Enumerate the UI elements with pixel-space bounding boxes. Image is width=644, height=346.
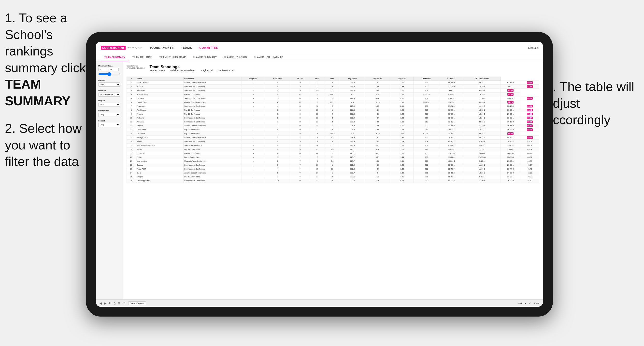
table-cell: 48.27 [520,151,539,155]
table-cell: - [242,128,265,132]
table-row: 24DukeAtlantic Coast Conference-59271279… [127,171,539,175]
table-cell: Auburn [136,85,184,89]
sidebar-conference-select[interactable]: (All) [98,113,120,117]
table-cell: 76-26-1 [440,136,463,140]
table-cell: Illinois [136,148,184,151]
table-cell: 24 [310,144,324,148]
sidebar-max-input[interactable] [109,68,119,71]
table-cell: 255 [413,104,440,108]
sidebar-gender-select[interactable]: Men's [98,82,120,87]
tab-bar: TEAM SUMMARY TEAM H2H GRID TEAM H2H HEAT… [96,54,543,61]
table-cell: 9-12-1 [463,159,501,163]
table-cell: -5.6 [365,116,391,120]
toolbar-copy[interactable]: ⊞ [118,302,120,305]
table-cell: 27 [310,171,324,175]
table-cell: - [242,148,265,151]
table-cell: 4 [265,151,290,155]
toolbar-expand[interactable]: ⤢ [528,302,531,305]
table-cell: 85.40 [520,124,539,128]
table-cell: 80-25-2 [440,140,463,144]
table-cell: 1 [265,148,290,151]
toolbar-back[interactable]: ◀ [100,302,102,305]
table-cell: Pac-12 Conference [183,112,242,116]
table-cell: 46.04 [520,144,539,148]
table-cell: 24 [127,171,136,175]
filter-gender: Gender: Men's [150,69,165,72]
table-cell: -0.7 [365,155,391,159]
table-cell: 3 [265,124,290,128]
share-button[interactable]: Share [534,302,539,305]
table-cell: Southeastern Conference [183,104,242,108]
sidebar-region-select[interactable]: N/A [98,103,120,107]
table-cell: 23 [127,167,136,171]
table-cell: 29-23-1 [501,112,520,116]
table-cell: 0 [324,175,340,179]
toolbar-refresh[interactable]: ↻ [109,302,111,305]
table-cell: 4.2 [324,136,340,140]
watch-button[interactable]: Watch ▾ [518,302,526,305]
table-cell: 85.58 [501,89,520,93]
table-cell: Georgia [136,163,184,167]
toolbar-share2[interactable]: ⎙ [114,302,116,305]
sidebar-school-select[interactable]: (All) [98,123,120,127]
nav-committee[interactable]: COMMITTEE [199,42,218,53]
table-cell: 104-42-3 [440,128,463,132]
sidebar-range-slider[interactable] [98,72,120,76]
table-cell: 2 [265,89,290,93]
table-cell: 2 [310,132,324,136]
table-cell: 271 [413,148,440,151]
tab-team-summary[interactable]: TEAM SUMMARY [101,54,129,61]
nav-teams[interactable]: TEAMS [181,42,192,53]
table-cell: 27 [310,85,324,89]
table-cell: 17-9-0 [463,124,501,128]
view-original-button[interactable]: View: Original [128,301,146,305]
table-cell: 42-18-0 [463,81,501,85]
table-cell: 9 [127,112,136,116]
table-cell: Southeastern Conference [183,179,242,183]
table-cell: Florida [136,140,184,144]
tab-team-h2h-grid[interactable]: TEAM H2H GRID [129,54,156,61]
col-overall: Overall Rd. [413,77,440,81]
table-row: 16FloridaSoutheastern Conference-7924427… [127,140,539,144]
table-cell: -3.8 [365,120,391,124]
table-cell: Big Ten Conference [183,148,242,151]
tab-player-h2h-grid[interactable]: PLAYER H2H GRID [220,54,250,61]
table-cell: Atlantic Coast Conference [183,171,242,175]
sidebar-region-section: Region N/A [98,100,120,107]
table-cell: 258 [413,140,440,144]
table-cell: 1.28 [391,148,414,151]
table-cell: 18-12-1 [463,108,501,112]
tab-player-h2h-heatmap[interactable]: PLAYER H2H HEATMAP [250,54,286,61]
table-cell: - [242,89,265,93]
table-cell: 267 [413,128,440,132]
toolbar-clock[interactable]: ⏱ [123,302,126,305]
table-cell: 11-19-0 [463,104,501,108]
table-cell: -0.8 [365,159,391,163]
table-cell: 1 [324,108,340,112]
nav-tournaments[interactable]: TOURNAMENTS [150,42,174,53]
table-cell: -1.4 [365,148,391,151]
tab-player-summary[interactable]: PLAYER SUMMARY [189,54,220,61]
toolbar-forward[interactable]: ▶ [104,302,106,305]
table-cell: 54-4-0 [501,85,520,89]
table-cell: 95-6-0 [440,89,463,93]
table-cell: 12-14-1 [463,96,501,100]
table-cell: 18 [127,148,136,151]
table-row: 26Mississippi StateSoutheastern Conferen… [127,179,539,183]
table-cell: - [242,155,265,159]
table-cell: 1.30 [391,167,414,171]
table-cell: 5 [127,96,136,100]
sidebar-division-select[interactable]: NCAA Division I [98,93,120,97]
table-cell: - [242,167,265,171]
table-cell: - [242,175,265,179]
col-vs-top50-points: Vs Top 50 Points [463,77,501,81]
table-row: 10AlabamaSoutheastern Conference-5823327… [127,116,539,120]
table-cell: 17 [127,144,136,148]
tab-team-h2h-heatmap[interactable]: TEAM H2H HEATMAP [156,54,189,61]
sidebar-min-input[interactable] [98,68,108,71]
table-cell: 24 [310,140,324,144]
sign-out-button[interactable]: Sign out [528,46,538,49]
table-cell: Washington [136,108,184,112]
instruction-1-bold: TEAM SUMMARY [5,77,70,108]
table-cell: 3 [324,120,340,124]
